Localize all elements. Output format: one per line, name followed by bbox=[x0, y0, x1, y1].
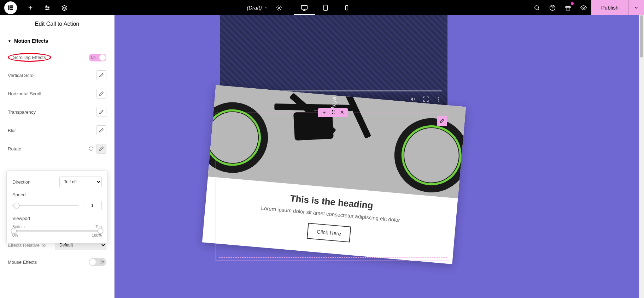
svg-point-18 bbox=[438, 101, 439, 102]
svg-rect-10 bbox=[345, 5, 348, 10]
svg-rect-3 bbox=[10, 9, 13, 10]
plus-icon bbox=[27, 5, 34, 11]
chevron-down-icon bbox=[634, 5, 639, 10]
mobile-icon bbox=[344, 5, 350, 11]
finder-button[interactable] bbox=[529, 0, 545, 15]
viewport-thumb-right[interactable] bbox=[98, 228, 103, 234]
canvas-scrollbar[interactable] bbox=[639, 15, 644, 298]
svg-point-7 bbox=[278, 7, 280, 8]
svg-point-11 bbox=[535, 6, 539, 10]
elementor-logo-icon bbox=[7, 4, 14, 11]
svg-point-15 bbox=[583, 7, 585, 8]
widget-selection: ＋ ⠿ ✕ bbox=[216, 113, 450, 261]
selection-edit-button[interactable] bbox=[437, 116, 447, 126]
device-mobile[interactable] bbox=[336, 0, 357, 15]
transparency-edit[interactable] bbox=[96, 107, 106, 117]
svg-point-5 bbox=[48, 7, 49, 8]
svg-rect-2 bbox=[10, 7, 13, 8]
more-vertical-icon[interactable] bbox=[435, 96, 442, 102]
svg-point-17 bbox=[438, 99, 439, 100]
tablet-icon bbox=[322, 5, 329, 11]
preview-canvas[interactable]: 0:00 / 0:20 Dakeya This is the heading L… bbox=[115, 15, 644, 298]
blur-label: Blur bbox=[8, 128, 96, 133]
transparency-row: Transparency bbox=[0, 103, 114, 121]
search-icon bbox=[534, 5, 540, 11]
speed-label: Speed bbox=[12, 192, 102, 197]
selection-drag[interactable]: ⠿ bbox=[332, 109, 335, 116]
rotate-reset[interactable] bbox=[88, 145, 94, 152]
desktop-icon bbox=[301, 4, 308, 11]
publish-options-button[interactable] bbox=[628, 0, 644, 15]
rotate-row: Rotate bbox=[0, 139, 114, 158]
fullscreen-icon[interactable] bbox=[423, 96, 429, 102]
scrolling-effects-row: Scrolling Effects On bbox=[0, 49, 114, 66]
mouse-effects-toggle[interactable]: Off bbox=[89, 258, 106, 266]
device-desktop[interactable] bbox=[294, 0, 315, 15]
selection-inner bbox=[219, 116, 447, 258]
svg-point-4 bbox=[46, 6, 47, 7]
section-label: Motion Effects bbox=[14, 38, 48, 44]
toggle-state: Off bbox=[100, 260, 104, 264]
vertical-scroll-edit[interactable] bbox=[96, 70, 106, 80]
page-settings-button[interactable] bbox=[271, 0, 287, 15]
pencil-icon bbox=[99, 73, 104, 78]
gift-icon bbox=[565, 5, 571, 11]
viewport-thumb-left[interactable] bbox=[11, 228, 17, 234]
top-bar: (Draft) Publis bbox=[0, 0, 644, 15]
viewport-slider[interactable] bbox=[12, 230, 102, 232]
svg-rect-9 bbox=[323, 5, 327, 10]
toggle-state: On bbox=[91, 55, 95, 59]
pencil-icon bbox=[99, 128, 104, 133]
horizontal-scroll-row: Horizontal Scroll bbox=[0, 84, 114, 103]
toggle-knob bbox=[99, 54, 106, 61]
horizontal-scroll-edit[interactable] bbox=[96, 89, 106, 99]
scrolling-effects-label: Scrolling Effects bbox=[8, 53, 51, 62]
top-bar-left bbox=[0, 0, 72, 15]
svg-rect-1 bbox=[10, 5, 13, 6]
pencil-icon bbox=[99, 146, 104, 151]
speed-thumb[interactable] bbox=[14, 203, 19, 208]
mouse-effects-label: Mouse Effects bbox=[8, 260, 89, 265]
speed-input[interactable] bbox=[83, 201, 102, 210]
scrolling-effects-toggle[interactable]: On bbox=[89, 54, 106, 61]
help-icon bbox=[549, 5, 556, 11]
rotate-edit[interactable] bbox=[96, 144, 106, 154]
pencil-icon bbox=[99, 91, 104, 96]
vertical-scroll-label: Vertical Scroll bbox=[8, 73, 96, 78]
top-bar-right: Publish bbox=[529, 0, 644, 15]
pencil-icon bbox=[99, 109, 104, 114]
volume-icon[interactable] bbox=[410, 96, 416, 102]
preview-button[interactable] bbox=[576, 0, 591, 15]
publish-button[interactable]: Publish bbox=[591, 0, 628, 15]
direction-select[interactable]: To Left bbox=[59, 177, 102, 187]
blur-row: Blur bbox=[0, 121, 114, 139]
structure-button[interactable] bbox=[57, 0, 72, 15]
add-element-button[interactable] bbox=[23, 0, 38, 15]
speed-slider[interactable] bbox=[12, 205, 78, 206]
rotate-label: Rotate bbox=[8, 146, 88, 151]
scrollbar-thumb[interactable] bbox=[640, 15, 643, 58]
section-motion-effects[interactable]: ▼ Motion Effects bbox=[0, 33, 114, 49]
vertical-scroll-row: Vertical Scroll bbox=[0, 66, 114, 84]
selection-add[interactable]: ＋ bbox=[322, 109, 327, 116]
viewport-label: Viewport bbox=[12, 216, 102, 221]
editor-sidebar: Edit Call to Action ▼ Motion Effects Scr… bbox=[0, 15, 115, 298]
site-settings-button[interactable] bbox=[40, 0, 55, 15]
whats-new-button[interactable] bbox=[560, 0, 576, 15]
gear-icon bbox=[276, 5, 282, 11]
rotate-popover: Direction To Left Speed Viewport Bottom … bbox=[6, 171, 108, 243]
draft-text: (Draft) bbox=[247, 5, 262, 11]
sliders-icon bbox=[44, 5, 51, 11]
toggle-knob bbox=[89, 259, 96, 265]
elementor-logo[interactable] bbox=[4, 1, 17, 14]
chevron-down-icon bbox=[264, 6, 268, 10]
blur-edit[interactable] bbox=[96, 125, 106, 135]
document-status[interactable]: (Draft) bbox=[244, 5, 271, 11]
top-bar-center: (Draft) bbox=[244, 0, 357, 15]
direction-label: Direction bbox=[12, 179, 30, 185]
device-tablet[interactable] bbox=[315, 0, 336, 15]
transparency-label: Transparency bbox=[8, 109, 96, 115]
help-button[interactable] bbox=[545, 0, 560, 15]
selection-delete[interactable]: ✕ bbox=[340, 109, 344, 116]
responsive-devices bbox=[294, 0, 357, 15]
